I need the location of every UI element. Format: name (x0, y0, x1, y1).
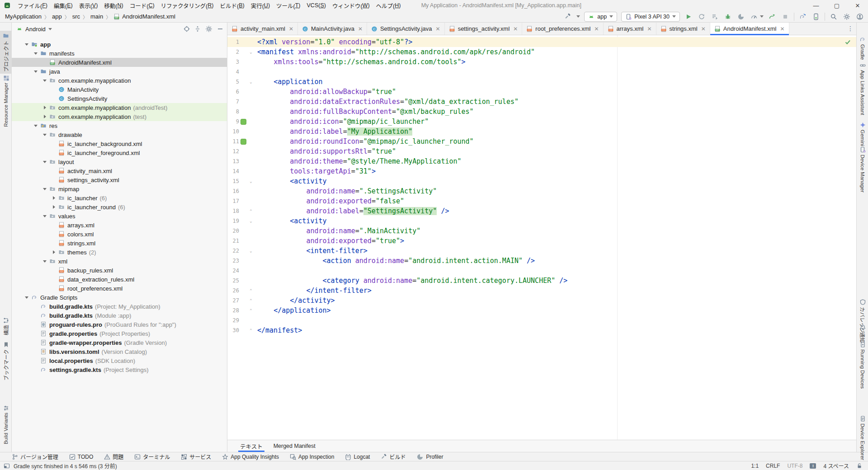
editor-tab-settingsactivity-java[interactable]: CSettingsActivity.java✕ (367, 23, 445, 35)
menu-S[interactable]: VCS(S) (304, 0, 329, 11)
breadcrumb-item[interactable]: app (51, 13, 63, 20)
maximize-button[interactable]: ▢ (826, 0, 847, 11)
tree-row[interactable]: gradle.properties(Project Properties) (12, 329, 227, 338)
menu-C[interactable]: コード(C) (127, 0, 158, 11)
hide-panel-button[interactable] (217, 26, 223, 32)
tree-row[interactable]: <>strings.xml (12, 239, 227, 248)
code-line[interactable]: 18⌃ android:label="SettingsActivity" /> (227, 206, 856, 216)
tab-close-icon[interactable]: ✕ (701, 26, 706, 32)
menu-B[interactable]: ビルド(B) (217, 0, 247, 11)
profiler-button[interactable] (736, 12, 745, 21)
gradle-sync-button[interactable] (798, 12, 807, 21)
fold-marker-icon[interactable]: ⌄ (247, 80, 255, 84)
editor-view-tab-merged-manifest[interactable]: Merged Manifest (269, 440, 320, 452)
code-line[interactable]: 3 xmlns:tools="http://schemas.android.co… (227, 57, 856, 67)
code-line[interactable]: 25 <category android:name="android.inten… (227, 276, 856, 286)
fold-marker-icon[interactable]: ⌄ (247, 50, 255, 54)
device-select[interactable]: Pixel 3 API 30 (621, 12, 680, 22)
file-encoding[interactable]: UTF-8 (787, 463, 802, 469)
tree-row[interactable]: xml (12, 257, 227, 266)
tree-row[interactable]: themes(2) (12, 248, 227, 257)
editor-tab-root-preferences-xml[interactable]: <>root_preferences.xml✕ (522, 23, 603, 35)
tool-window-button-todo[interactable]: TODO (69, 454, 93, 460)
menu-N[interactable]: 移動(N) (101, 0, 126, 11)
tree-row[interactable]: ic_launcher_round(6) (12, 202, 227, 212)
code-line[interactable]: 21 android:exported="true"> (227, 236, 856, 246)
fold-marker-icon[interactable]: ⌃ (247, 298, 255, 303)
fold-marker-icon[interactable]: ⌃ (247, 288, 255, 293)
tab-close-icon[interactable]: ✕ (780, 26, 785, 32)
tree-row[interactable]: CSettingsActivity (12, 94, 227, 103)
editor-tab-arrays-xml[interactable]: <>arrays.xml✕ (604, 23, 656, 35)
code-line[interactable]: 11 android:roundIcon="@mipmap/ic_launche… (227, 136, 856, 146)
code-line[interactable]: 20 android:name=".MainActivity" (227, 226, 856, 236)
tree-row[interactable]: build.gradle.kts(Module :app) (12, 311, 227, 320)
indent-setting[interactable]: 4 スペース (823, 462, 849, 470)
inspection-ok-icon[interactable] (844, 39, 851, 45)
menu-W[interactable]: ウィンドウ(W) (329, 0, 373, 11)
code-line[interactable]: 5⌄ <application (227, 77, 856, 87)
chevron-down-icon[interactable] (576, 15, 580, 18)
menu-T[interactable]: ツール(T) (273, 0, 303, 11)
tree-row[interactable]: build.gradle.kts(Project: My_Application… (12, 302, 227, 311)
launcher-preview-icon[interactable] (239, 119, 247, 125)
code-line[interactable]: 10 android:label="My Application" (227, 127, 856, 136)
tree-row[interactable]: app (12, 40, 227, 49)
tool-window-button-app-quality-insights[interactable]: App Quality Insights (222, 454, 279, 460)
apply-changes-restart-button[interactable] (697, 12, 706, 21)
code-line[interactable]: 29 (227, 315, 856, 325)
menu-F[interactable]: ファイル(F) (14, 0, 51, 11)
code-line[interactable]: 15⌄ <activity (227, 176, 856, 186)
tool-window-button-profiler[interactable]: Profiler (416, 453, 443, 461)
profile-gauge-button[interactable] (750, 12, 759, 21)
tab-options-icon[interactable]: ⋮ (847, 25, 854, 32)
tree-row[interactable]: com.example.myapplication(androidTest) (12, 103, 227, 112)
tree-row[interactable]: com.example.myapplication(test) (12, 112, 227, 121)
tool-window-button--[interactable]: バージョン管理 (12, 453, 58, 461)
event-log-icon[interactable]: ! (810, 463, 816, 469)
code-line[interactable]: 30⌃</manifest> (227, 325, 856, 335)
editor-tab-settings-activity-xml[interactable]: <>settings_activity.xml✕ (445, 23, 523, 35)
code-line[interactable]: 12 android:supportsRtl="true" (227, 146, 856, 156)
tree-chevron-icon[interactable] (42, 213, 48, 219)
tab-close-icon[interactable]: ✕ (594, 26, 599, 32)
code-line[interactable]: 2⌄<manifest xmlns:android="http://schema… (227, 47, 856, 57)
tree-row[interactable]: libs.versions.toml(Version Catalog) (12, 347, 227, 356)
tree-chevron-icon[interactable] (24, 294, 30, 301)
tool-window-button-app-links-assistant[interactable]: App Links Assistant (857, 61, 868, 117)
tool-window-button-gemini[interactable]: Gemini (857, 120, 868, 148)
editor-tab-activity-main-xml[interactable]: <>activity_main.xml✕ (227, 23, 298, 35)
tree-chevron-icon[interactable] (24, 41, 30, 47)
editor-tab-strings-xml[interactable]: <>strings.xml✕ (656, 23, 710, 35)
profile-low-overhead-button[interactable] (768, 12, 777, 21)
fold-marker-icon[interactable]: ⌃ (247, 308, 255, 313)
settings-button[interactable] (842, 12, 851, 21)
tree-row[interactable]: <>arrays.xml (12, 221, 227, 230)
code-line[interactable]: 9 android:icon="@mipmap/ic_launcher" (227, 117, 856, 127)
tree-row[interactable]: proguard-rules.pro(ProGuard Rules for ":… (12, 320, 227, 329)
locate-file-button[interactable] (184, 26, 190, 32)
project-view-selector[interactable]: Android (16, 26, 52, 33)
tree-chevron-icon[interactable] (51, 249, 57, 255)
code-line[interactable]: 23 <action android:name="android.intent.… (227, 256, 856, 266)
tab-close-icon[interactable]: ✕ (436, 26, 440, 32)
tree-row[interactable]: values (12, 212, 227, 221)
tree-row[interactable]: <>ic_launcher_foreground.xml (12, 148, 227, 157)
tool-window-button-device-manager[interactable]: Device Manager (857, 145, 868, 194)
caret-position[interactable]: 1:1 (751, 463, 759, 469)
tree-row[interactable]: MFAndroidManifest.xml (12, 58, 227, 67)
tool-window-button--[interactable]: 問題 (104, 453, 123, 461)
editor-tab-mainactivity-java[interactable]: CMainActivity.java✕ (298, 23, 367, 35)
close-button[interactable]: ✕ (847, 0, 868, 11)
tree-row[interactable]: mipmap (12, 184, 227, 193)
breadcrumb-item[interactable]: src (71, 13, 81, 20)
tree-row[interactable]: <>ic_launcher_background.xml (12, 139, 227, 148)
apply-code-changes-button[interactable] (710, 12, 719, 21)
tree-row[interactable]: drawable (12, 130, 227, 139)
stop-button[interactable] (781, 12, 790, 21)
tree-chevron-icon[interactable] (42, 186, 48, 192)
tree-row[interactable]: <>settings_activity.xml (12, 175, 227, 184)
chevron-down-icon[interactable] (760, 15, 764, 18)
tool-window-button--[interactable]: サービス (181, 453, 211, 461)
tool-window-button-resource-manager[interactable]: Resource Manager (0, 73, 12, 129)
